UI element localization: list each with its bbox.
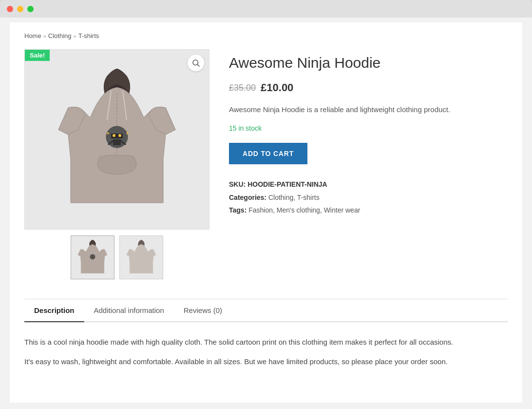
svg-point-0 [193, 60, 198, 65]
breadcrumb-sep-1: » [43, 33, 46, 39]
tab-reviews[interactable]: Reviews (0) [174, 299, 232, 321]
hoodie-illustration: ★ ★ [54, 61, 180, 217]
app-window: Home » Clothing » T-shirts Sale! [0, 0, 532, 409]
tag-fashion[interactable]: Fashion [248, 206, 273, 214]
close-button[interactable] [7, 6, 13, 12]
breadcrumb-sep-2: » [74, 33, 76, 39]
thumbnail-2-image [124, 238, 158, 277]
price-section: £35.00 £10.00 [229, 81, 508, 94]
product-title: Awesome Ninja Hoodie [229, 54, 508, 72]
minimize-button[interactable] [17, 6, 23, 12]
description-paragraph-1: This is a cool ninja hoodie made with hi… [24, 336, 508, 349]
sale-badge: Sale! [25, 50, 50, 61]
old-price: £35.00 [229, 83, 256, 93]
breadcrumb: Home » Clothing » T-shirts [24, 32, 508, 39]
category-tshirts[interactable]: T-shirts [297, 194, 320, 201]
breadcrumb-clothing[interactable]: Clothing [48, 32, 72, 39]
thumbnail-row [24, 235, 209, 279]
thumbnail-1[interactable] [71, 235, 114, 279]
tab-content-description: This is a cool ninja hoodie made with hi… [24, 336, 508, 368]
tag-mens-clothing[interactable]: Men's clothing [277, 206, 320, 214]
tags-label: Tags: [229, 206, 247, 214]
thumbnail-2[interactable] [119, 235, 163, 279]
main-product-image: ★ ★ [25, 50, 209, 229]
product-details: Awesome Ninja Hoodie £35.00 £10.00 Aweso… [229, 49, 508, 279]
main-image-container: Sale! [24, 49, 209, 230]
tab-description[interactable]: Description [24, 299, 84, 321]
categories-row: Categories: Clothing, T-shirts [229, 191, 508, 204]
search-icon [191, 58, 200, 67]
title-bar [0, 0, 532, 18]
svg-text:★: ★ [126, 131, 129, 136]
sku-value: HOODIE-PATIENT-NINJA [247, 180, 327, 188]
category-clothing[interactable]: Clothing [268, 194, 293, 201]
product-description: Awesome Ninja Hoodie is a reliable and l… [229, 104, 508, 116]
description-paragraph-2: It's easy to wash, lightweight and comfo… [24, 355, 508, 368]
breadcrumb-home[interactable]: Home [24, 32, 41, 39]
add-to-cart-button[interactable]: ADD TO CART [229, 143, 307, 164]
svg-point-7 [113, 134, 115, 137]
zoom-icon[interactable] [188, 55, 204, 71]
sku-row: SKU: HOODIE-PATIENT-NINJA [229, 178, 508, 191]
svg-point-17 [93, 256, 94, 257]
meta-info: SKU: HOODIE-PATIENT-NINJA Categories: Cl… [229, 178, 508, 217]
svg-line-1 [197, 64, 199, 66]
tag-winter-wear[interactable]: Winter wear [324, 206, 361, 214]
tabs-section: Description Additional information Revie… [24, 299, 508, 368]
thumbnail-1-image [76, 238, 110, 277]
product-section: Sale! [24, 49, 508, 279]
svg-point-8 [118, 134, 121, 137]
tab-additional-info[interactable]: Additional information [84, 299, 174, 321]
sku-label: SKU: [229, 180, 246, 188]
svg-rect-9 [113, 139, 121, 145]
maximize-button[interactable] [27, 6, 34, 12]
breadcrumb-current: T-shirts [78, 32, 99, 39]
svg-text:★: ★ [106, 131, 110, 136]
tabs-nav: Description Additional information Revie… [24, 299, 508, 322]
stock-info: 15 in stock [229, 124, 508, 132]
categories-label: Categories: [229, 194, 266, 201]
svg-point-16 [92, 256, 93, 257]
product-images: Sale! [24, 49, 209, 279]
tags-row: Tags: Fashion, Men's clothing, Winter we… [229, 204, 508, 217]
page-content: Home » Clothing » T-shirts Sale! [10, 22, 522, 403]
new-price: £10.00 [261, 81, 293, 94]
